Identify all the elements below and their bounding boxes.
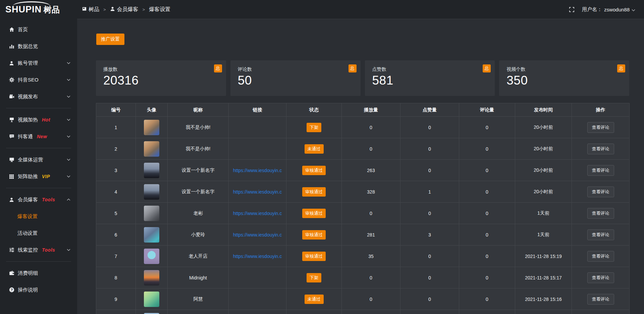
sidebar-item-video-heat[interactable]: 视频加热Hot xyxy=(0,111,77,128)
cell-time xyxy=(515,310,572,314)
sidebar-item-badge: Tools xyxy=(42,197,55,202)
view-comments-button[interactable]: 查看评论 xyxy=(587,187,614,197)
breadcrumb-item-baoke-settings[interactable]: 爆客设置 xyxy=(149,6,170,13)
breadcrumb-label: 爆客设置 xyxy=(149,6,170,13)
video-link[interactable]: https://www.iesdouyin.c xyxy=(233,211,282,216)
video-link[interactable]: https://www.iesdouyin.c xyxy=(233,168,282,173)
chart-icon xyxy=(9,44,14,49)
cell-nickname: 小爱玲 xyxy=(168,224,229,246)
sidebar-item-account-management[interactable]: 账号管理 xyxy=(0,55,77,71)
sidebar-item-badge: VIP xyxy=(42,174,50,179)
camera-icon xyxy=(9,94,14,100)
breadcrumb-label: 会员爆客 xyxy=(117,6,139,13)
view-comments-button[interactable]: 查看评论 xyxy=(587,229,614,240)
cell-avatar xyxy=(136,138,168,160)
cell-time: 1天前 xyxy=(515,203,572,224)
cell-id: 8 xyxy=(96,267,136,289)
cell-comments: 0 xyxy=(459,246,515,267)
cell-likes: 0 xyxy=(400,289,459,310)
row-id: 5 xyxy=(115,211,117,216)
value-comments: 0 xyxy=(486,254,488,259)
view-comments-button[interactable]: 查看评论 xyxy=(587,272,614,283)
username-menu[interactable]: 用户名：zswodun88 xyxy=(582,6,635,13)
sidebar-menu: 首页数据总览账号管理抖音SEO视频发布视频加热Hot抖客通New全媒体运营矩阵助… xyxy=(0,21,77,298)
cell-plays: 0 xyxy=(342,267,400,289)
status-badge: 审核通过 xyxy=(302,187,326,197)
sidebar-item-data-overview[interactable]: 数据总览 xyxy=(0,38,77,55)
view-comments-button[interactable]: 查看评论 xyxy=(587,144,614,154)
stat-card-value: 350 xyxy=(506,73,629,88)
value-time: 2021-11-28 15:17 xyxy=(525,275,562,280)
user-icon xyxy=(9,60,14,66)
video-link[interactable]: https://www.iesdouyin.c xyxy=(233,189,282,195)
table-row: 7老人开店https://www.iesdouyin.c审核通过35002021… xyxy=(96,246,630,267)
username-label: 用户名： xyxy=(582,6,602,13)
cell-plays: 0 xyxy=(342,203,400,224)
nickname: 小爱玲 xyxy=(191,232,205,237)
cell-time: 20小时前 xyxy=(515,138,572,160)
sidebar-item-label: 抖音SEO xyxy=(18,77,39,83)
breadcrumb-separator: > xyxy=(103,7,107,12)
sidebar-item-douyin-seo[interactable]: 抖音SEO xyxy=(0,71,77,88)
table-row: 8Midnight下架0002021-11-28 15:17查看评论 xyxy=(96,267,630,289)
nickname: 老彬 xyxy=(194,210,203,216)
screen-icon xyxy=(9,117,14,123)
view-comments-button[interactable]: 查看评论 xyxy=(587,251,614,262)
fullscreen-icon[interactable] xyxy=(569,7,575,12)
stat-card-value: 50 xyxy=(238,73,361,88)
grid-icon xyxy=(9,174,14,179)
row-id: 4 xyxy=(115,189,117,195)
column-header: 评论量 xyxy=(459,103,515,117)
stat-card-label: 评论数 xyxy=(238,66,361,72)
cell-comments: 0 xyxy=(459,267,515,289)
sidebar-item-matrix-boost[interactable]: 矩阵助推VIP xyxy=(0,168,77,185)
cell-nickname: 我不是小帅! xyxy=(168,117,229,138)
sidebar-subitem-activity-settings[interactable]: 活动设置 xyxy=(0,225,77,242)
cell-time: 20小时前 xyxy=(515,117,572,138)
view-comments-button[interactable]: 查看评论 xyxy=(587,122,614,133)
video-link[interactable]: https://www.iesdouyin.c xyxy=(233,232,282,238)
sidebar-item-member-baoke[interactable]: 会员爆客Tools xyxy=(0,191,77,208)
value-likes: 0 xyxy=(428,254,431,259)
sidebar-subitem-baoke-settings[interactable]: 爆客设置 xyxy=(0,208,77,225)
value-comments: 0 xyxy=(486,275,488,280)
sidebar-item-consumption-detail[interactable]: 消费明细 xyxy=(0,265,77,281)
table-row: 2我不是小帅!未通过00020小时前查看评论 xyxy=(96,138,630,160)
cell-plays: 0 xyxy=(342,289,400,310)
chevron-down-icon xyxy=(67,96,70,98)
cell-time: 2021-11-28 15:16 xyxy=(515,289,572,310)
nickname: 我不是小帅! xyxy=(186,124,211,130)
view-comments-button[interactable]: 查看评论 xyxy=(587,294,614,305)
breadcrumb-item-member-baoke[interactable]: 会员爆客 xyxy=(110,6,139,13)
total-badge: 总 xyxy=(348,64,357,72)
cell-time: 2021-11-28 15:17 xyxy=(515,267,572,289)
total-badge: 总 xyxy=(483,64,491,72)
chevron-down-icon xyxy=(67,249,70,251)
value-comments: 0 xyxy=(486,232,488,238)
cell-status: 下架 xyxy=(286,267,342,289)
view-comments-button[interactable]: 查看评论 xyxy=(587,208,614,219)
sidebar-item-home[interactable]: 首页 xyxy=(0,21,77,38)
breadcrumb-item-shupin[interactable]: 树品 xyxy=(82,6,99,13)
wallet-icon xyxy=(9,270,14,276)
sidebar-item-video-publish[interactable]: 视频发布 xyxy=(0,88,77,105)
promo-settings-button[interactable]: 推广设置 xyxy=(96,33,125,45)
sidebar-item-operation-guide[interactable]: ?操作说明 xyxy=(0,281,77,298)
row-id: 6 xyxy=(115,232,117,238)
stat-card-3: 视频个数总350 xyxy=(499,60,629,96)
cell-likes: 0 xyxy=(400,267,459,289)
table-row: 9阿慧未通过0002021-11-28 15:16查看评论 xyxy=(96,289,630,310)
view-comments-button[interactable]: 查看评论 xyxy=(587,165,614,176)
nickname: 设置一个新名字 xyxy=(182,167,215,173)
sidebar-item-douketong[interactable]: 抖客通New xyxy=(0,128,77,145)
cell-action xyxy=(572,310,630,314)
table-body: 1我不是小帅!下架00020小时前查看评论2我不是小帅!未通过00020小时前查… xyxy=(96,117,630,314)
cell-link xyxy=(229,267,286,289)
status-badge: 下架 xyxy=(307,273,321,282)
sidebar-item-label: 线索监控 xyxy=(18,247,38,253)
cell-likes: 0 xyxy=(400,246,459,267)
video-link[interactable]: https://www.iesdouyin.c xyxy=(233,254,282,259)
sidebar-item-all-media-operation[interactable]: 全媒体运营 xyxy=(0,151,77,168)
sidebar-item-clue-monitor[interactable]: 线索监控Tools xyxy=(0,242,77,258)
stat-card-label: 播放数 xyxy=(103,66,226,72)
